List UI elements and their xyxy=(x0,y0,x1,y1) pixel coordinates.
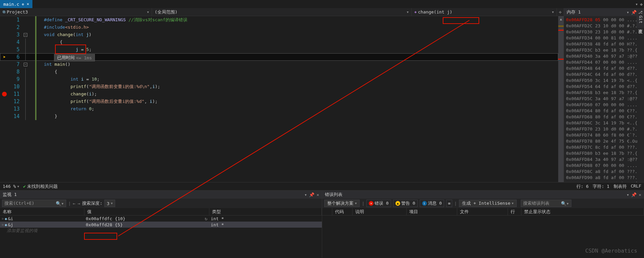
depth-select[interactable]: 3▼ xyxy=(104,200,115,207)
split-editor-icon[interactable]: ✢ xyxy=(557,9,564,15)
memory-row[interactable]: 0x00AFFD3Cb3 ee 18 7b??.{ xyxy=(566,47,642,53)
info-icon: i xyxy=(422,201,427,206)
memory-row[interactable]: 0x00AFFD7023 10 d0 00#.?. xyxy=(566,126,642,132)
errors-filter-button[interactable]: ✕错误 0 xyxy=(366,200,391,207)
close-icon[interactable]: × xyxy=(316,192,319,197)
breadcrumb-project[interactable]: ⧉ Project3 ▼ xyxy=(0,8,152,16)
panel-dropdown-icon[interactable]: ▾ xyxy=(304,192,307,197)
memory-row[interactable]: 0x00AFFD8807 00 00 00.... xyxy=(566,163,642,169)
memory-row[interactable]: 0x00AFFD6007 00 00 00.... xyxy=(566,102,642,108)
status-issues[interactable]: 未找到相关问题 xyxy=(27,183,58,190)
chevron-down-icon[interactable]: ▼ xyxy=(17,185,19,188)
file-tab-main-c[interactable]: main.c ⊕ × xyxy=(0,0,32,8)
memory-row[interactable]: 0x00AFFD90a8 fd af 00???. xyxy=(566,175,642,181)
panel-dropdown-icon[interactable]: ▾ xyxy=(626,192,629,197)
status-col[interactable]: 字符: 1 xyxy=(593,183,609,190)
pin-icon[interactable]: ⊕ xyxy=(22,2,24,6)
watermark: CSDN @Aerobatics xyxy=(585,248,637,254)
memory-row[interactable]: 0x00AFFD403a 40 97 a7:@?? xyxy=(566,53,642,59)
pin-icon[interactable]: 📌 xyxy=(631,192,637,197)
memory-row[interactable]: 0x00AFFD943c 14 19 7b<..{ xyxy=(566,181,642,182)
add-watch-hint[interactable]: 添加要监视的项 xyxy=(0,228,322,234)
fold-icon[interactable]: − xyxy=(24,33,27,37)
memory-body[interactable]: 0x00AFFD2805 00 00 00....0x00AFFD2C23 10… xyxy=(564,16,644,182)
memory-row[interactable]: 0x00AFFD503c 14 19 7b<..{ xyxy=(566,78,642,84)
filter-clear-button[interactable]: ⌧ xyxy=(446,200,452,207)
memory-row[interactable]: 0x00AFFD2C23 10 d0 00#.?. xyxy=(566,23,642,29)
expand-icon[interactable]: ▷ xyxy=(2,223,4,226)
memory-row[interactable]: 0x00AFFD6C3c 14 19 7b<..{ xyxy=(566,120,642,126)
memory-row[interactable]: 0x00AFFD3400 00 81 00.... xyxy=(566,35,642,41)
perf-tooltip: 已用时间 <= 1ms xyxy=(54,54,95,61)
memory-row[interactable]: 0x00AFFD4C64 fd af 00d??. xyxy=(566,71,642,78)
memory-row[interactable]: 0x00AFFD2805 00 00 00.... xyxy=(566,17,642,23)
depth-label: 搜索深度: xyxy=(82,200,102,206)
memory-row[interactable]: 0x00AFFD5464 fd af 00d??. xyxy=(566,84,642,90)
build-label: 生成 + IntelliSense xyxy=(462,200,510,206)
error-scope-select[interactable]: 整个解决方案▼ xyxy=(324,200,360,207)
errors-header: 代码 说明 项目 文件 行 禁止显示状态 xyxy=(322,208,644,216)
memory-panel: 内存 1 ▾ 📌 × 0x00AFFD2805 00 00 00....0x00… xyxy=(564,8,644,182)
code-area[interactable]: 123−45➤67−891011121314 #define _CRT_SECU… xyxy=(0,16,564,182)
memory-row[interactable]: 0x00AFFD6480 fd af 00€??. xyxy=(566,108,642,114)
breadcrumb-function[interactable]: ◈ change(int j) ▼ xyxy=(412,8,557,16)
col-state[interactable]: 禁止显示状态 xyxy=(521,208,644,215)
fold-icon[interactable]: − xyxy=(24,63,27,66)
watch-search-input[interactable]: 搜索(Ctrl+E) 🔍▾ xyxy=(2,200,66,207)
memory-row[interactable]: 0x00AFFD58b3 ee 18 7b??.{ xyxy=(566,90,642,96)
breakpoint-icon[interactable] xyxy=(2,92,7,96)
memory-row[interactable]: 0x00AFFD3023 10 d0 00#.?. xyxy=(566,29,642,35)
nav-fwd-icon[interactable]: → xyxy=(78,201,80,206)
file-tab-label: main.c xyxy=(3,2,19,7)
status-line[interactable]: 行: 6 xyxy=(576,183,589,190)
memory-row[interactable]: 0x00AFFD5C3a 40 97 a7:@?? xyxy=(566,96,642,102)
col-name[interactable]: 名称 xyxy=(0,208,84,215)
watch-row[interactable]: ▷◉&i0x00affdfc {10}↻int * xyxy=(0,216,322,222)
close-icon[interactable]: × xyxy=(27,2,29,6)
build-source-select[interactable]: 生成 + IntelliSense▼ xyxy=(459,200,517,207)
refresh-icon[interactable]: ↻ xyxy=(205,216,207,221)
code-text[interactable]: #define _CRT_SECURE_NO_WARNINGS //消除vs对s… xyxy=(36,16,558,182)
messages-filter-button[interactable]: i消息 0 xyxy=(420,200,444,207)
pin-icon[interactable]: 📌 xyxy=(631,10,637,15)
tab-dropdown-icon[interactable]: ▾ xyxy=(635,2,638,7)
col-value[interactable]: 值 xyxy=(84,208,209,215)
breadcrumb-scope[interactable]: (全局范围) ▼ xyxy=(152,8,412,16)
nav-back-icon[interactable]: ← xyxy=(73,201,76,206)
memory-row[interactable]: 0x00AFFD8Ca8 fd af 00???. xyxy=(566,169,642,175)
col-code[interactable]: 代码 xyxy=(332,208,353,215)
col-icon[interactable] xyxy=(322,208,332,215)
git-changes-tab[interactable]: ⎇ Git 更改 xyxy=(637,8,644,28)
zoom-level[interactable]: 146 % xyxy=(3,184,16,189)
status-tabs[interactable]: 制表符 xyxy=(614,183,627,190)
memory-row[interactable]: 0x00AFFD7480 60 f8 00€`?. xyxy=(566,132,642,138)
memory-row[interactable]: 0x00AFFD4407 00 00 00.... xyxy=(566,59,642,65)
status-eol[interactable]: CRLF xyxy=(631,183,641,190)
col-line[interactable]: 行 xyxy=(508,208,521,215)
pin-icon[interactable]: 📌 xyxy=(309,192,314,197)
close-icon[interactable]: × xyxy=(639,192,641,197)
col-desc[interactable]: 说明 xyxy=(353,208,407,215)
editor-scrollbar[interactable]: ▲ xyxy=(558,16,564,182)
memory-row[interactable]: 0x00AFFD80b3 ee 18 7b??.{ xyxy=(566,150,642,156)
col-type[interactable]: 类型 xyxy=(209,208,322,215)
memory-row[interactable]: 0x00AFFD4864 fd af 00d??. xyxy=(566,65,642,71)
memory-row[interactable]: 0x00AFFD7C8c fd af 00???. xyxy=(566,144,642,150)
col-file[interactable]: 文件 xyxy=(457,208,508,215)
errors-search-input[interactable]: 搜索错误列表 🔍▾ xyxy=(521,200,571,207)
search-placeholder: 搜索错误列表 xyxy=(523,200,549,206)
memory-row[interactable]: 0x00AFFD7880 2e 4f 75€.Ou xyxy=(566,138,642,144)
memory-row[interactable]: 0x00AFFD6880 fd af 00€??. xyxy=(566,114,642,120)
scope-label: 整个解决方案 xyxy=(327,200,354,206)
breadcrumb-bar: ⧉ Project3 ▼ (全局范围) ▼ ◈ change(int j) ▼ … xyxy=(0,8,564,16)
scroll-up-icon[interactable]: ▲ xyxy=(558,16,564,22)
watch-row[interactable]: ▷◉&j0x00affd28 {5}int * xyxy=(0,222,322,228)
warnings-filter-button[interactable]: ▲警告 0 xyxy=(393,200,418,207)
search-placeholder: 搜索(Ctrl+E) xyxy=(4,200,34,206)
expand-icon[interactable]: ▷ xyxy=(2,217,4,220)
memory-row[interactable]: 0x00AFFD843a 40 97 a7:@?? xyxy=(566,156,642,163)
col-project[interactable]: 项目 xyxy=(407,208,457,215)
tab-settings-icon[interactable]: ✥ xyxy=(640,2,643,7)
panel-dropdown-icon[interactable]: ▾ xyxy=(626,10,629,15)
memory-row[interactable]: 0x00AFFD3848 fd af 00H??. xyxy=(566,41,642,47)
